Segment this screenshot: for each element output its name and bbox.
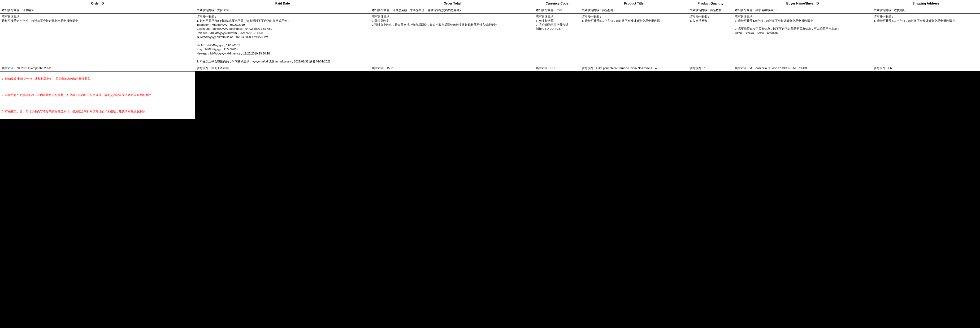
cell-productqty-req: 填写具体要求： 1. 仅支持整数: [688, 14, 733, 65]
cell-currencycode-req: 填写具体要求： 1. 仅支持大写 2. 且必须为三位字母代码 例如:USD,EU…: [534, 14, 580, 65]
note-2: 2. 请按照每个必填项的格式及内容规范进行填写，如果格式或内容不符合规范，该条交…: [2, 93, 193, 97]
cell-shippingaddr-desc: 本列填写内容：收货地址: [872, 7, 980, 13]
cell-orderid-desc: 本列填写内容：订单编号: [0, 7, 195, 13]
table-row-requirements: 填写具体要求： 最长可接受64个字符，超过将不会被计算到交易申报数据中 填写具体…: [0, 14, 980, 65]
col-header-productqty: Product Quantity: [688, 0, 733, 7]
cell-notes-empty-6: [688, 72, 733, 119]
cell-currencycode-example: 填写示例：EUR: [534, 65, 580, 71]
cell-notes-empty-8: [872, 72, 980, 119]
cell-ordertotal-desc: 本列填写内容：订单总金额（非商品单价，请填写每笔交易的总金额）: [370, 7, 534, 13]
cell-paiddate-example: 填写示例：详见上表示例: [195, 65, 370, 71]
cell-notes-empty-4: [534, 72, 580, 119]
cell-ordertotal-example: 填写示例：15.21: [370, 65, 534, 71]
col-header-orderid: Order ID: [0, 0, 195, 7]
cell-productqty-desc: 本列填写内容：商品数量: [688, 7, 733, 13]
cell-currencycode-desc: 本列填写内容：币种: [534, 7, 580, 13]
cell-notes-empty-2: [195, 72, 370, 119]
cell-buyername-desc: 本列填写内容：买家名称/买家ID: [733, 7, 872, 13]
cell-ordertotal-req: 填写具体要求： 1.必须是数字 2.可以有小数点，最多只支持小数点后两位，超过小…: [370, 14, 534, 65]
note-1: 1. 请勿修改/删除第一行（表格标题行），否则影响您的结汇额度获取: [2, 77, 193, 81]
col-header-producttitle: Product Title: [580, 0, 688, 7]
cell-orderid-example: 填写示例：2002021154repeat2020526: [0, 65, 195, 71]
col-header-ordertotal: Order Total: [370, 0, 534, 7]
cell-buyername-req: 填写具体要求： 1. 最长可接受128字符，超过将不会被计算到交易申报数据中 2…: [733, 14, 872, 65]
cell-notes-empty-7: [733, 72, 872, 119]
col-header-currencycode: Currency Code: [534, 0, 580, 7]
cell-producttitle-example: 填写示例：Gilet pour chien/Harnais Chien- Noi…: [580, 65, 688, 71]
cell-producttitle-req: 填写具体要求： 1. 最长可接受512个字符，超过将不会被计算到交易申报数据中: [580, 14, 688, 65]
cell-buyername-example: 填写示例：M. Bouscailloux Loric 12 COURS MERC…: [733, 65, 872, 71]
cell-orderid-req: 填写具体要求： 最长可接受64个字符，超过将不会被计算到交易申报数据中: [0, 14, 195, 65]
col-header-buyername: Buyer Name/Buyer ID: [733, 0, 872, 7]
table-row-notes: 1. 请勿修改/删除第一行（表格标题行），否则影响您的结汇额度获取 2. 请按照…: [0, 72, 980, 119]
cell-shippingaddr-example: 填写示例：FR: [872, 65, 980, 71]
cell-notes-empty-3: [370, 72, 534, 119]
cell-producttitle-desc: 本列填写内容：商品标题: [580, 7, 688, 13]
table-row-examples: 填写示例：2002021154repeat2020526 填写示例：详见上表示例…: [0, 65, 980, 71]
cell-notes: 1. 请勿修改/删除第一行（表格标题行），否则影响您的结汇额度获取 2. 请按照…: [0, 72, 195, 119]
cell-paiddate-desc: 本列填写内容：支付时间: [195, 7, 370, 13]
col-header-shippingaddr: Shipping Address: [872, 0, 980, 7]
cell-paiddate-req: 填写具体要求： 1. 针对不同平台的时间格式要求不同，请参照以下平台的时间格式示…: [195, 14, 370, 65]
table-row-description: 本列填写内容：订单编号 本列填写内容：支付时间 本列填写内容：订单总金额（非商品…: [0, 7, 980, 13]
cell-shippingaddr-req: 填写具体要求： 1. 最长可接受512个字符，超过将不会被计算到交易申报数据中: [872, 14, 980, 65]
cell-productqty-example: 填写示例：1: [688, 65, 733, 71]
note-3: 3. 存在第二、三、四行示例内容不影响实际额度累计，但后续会有针对该几行的异常报…: [2, 109, 193, 114]
col-header-paiddate: Paid Date: [195, 0, 370, 7]
cell-notes-empty-5: [580, 72, 688, 119]
